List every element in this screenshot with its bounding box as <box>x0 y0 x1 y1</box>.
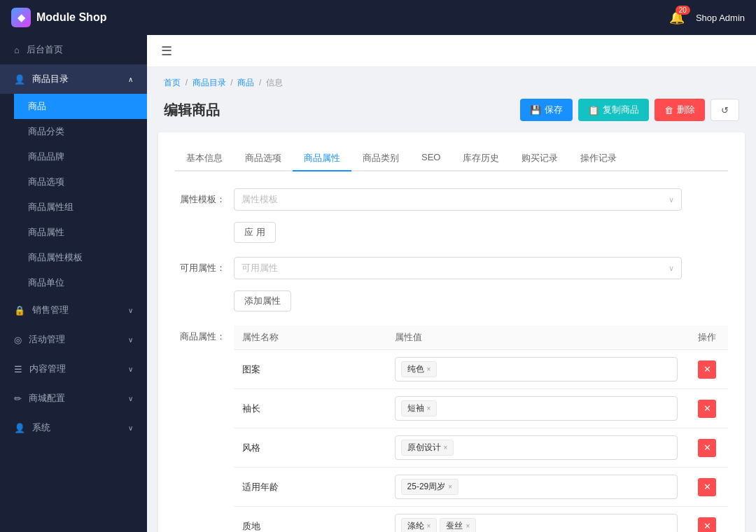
breadcrumb: 首页 / 商品目录 / 商品 / 信息 <box>147 67 756 93</box>
tab-product-attrs[interactable]: 商品属性 <box>293 146 351 172</box>
tab-product-options[interactable]: 商品选项 <box>234 146 293 172</box>
sidebar-item-options[interactable]: 商品选项 <box>14 169 147 195</box>
attr-template-row: 属性模板： 属性模板 ∨ 应 用 <box>175 188 728 243</box>
sidebar-item-attr-groups[interactable]: 商品属性组 <box>14 195 147 220</box>
lock-icon: 🔒 <box>14 305 25 316</box>
copy-product-button[interactable]: 📋 复制商品 <box>578 99 649 121</box>
tab-product-categories[interactable]: 商品类别 <box>351 146 410 172</box>
table-row: 风格原创设计 ×✕ <box>234 428 728 468</box>
sidebar-item-product-catalog[interactable]: 👤 商品目录 ∧ <box>0 64 147 94</box>
tab-label-product-attrs: 商品属性 <box>304 153 340 163</box>
tag-close-icon[interactable]: × <box>427 365 431 373</box>
tag-close-icon[interactable]: × <box>427 522 431 530</box>
sidebar-item-products[interactable]: 商品 <box>14 94 147 119</box>
tab-label-basic-info: 基本信息 <box>186 153 223 163</box>
tab-label-product-options: 商品选项 <box>245 153 281 163</box>
attr-value-cell: 涤纶 ×蚕丝 × <box>386 507 686 533</box>
attr-table: 属性名称 属性值 操作 图案纯色 ×✕袖长短袖 ×✕风格原创设计 ×✕适用年龄2… <box>234 326 728 532</box>
delete-attr-button[interactable]: ✕ <box>698 360 716 379</box>
tag-input-area[interactable]: 纯色 × <box>395 357 678 382</box>
tab-operation-records[interactable]: 操作记录 <box>569 146 628 172</box>
tag-close-icon[interactable]: × <box>427 405 431 412</box>
top-header: ◆ Module Shop 🔔 20 Shop Admin <box>0 0 756 35</box>
add-attr-button[interactable]: 添加属性 <box>234 290 291 312</box>
delete-attr-button[interactable]: ✕ <box>698 400 716 418</box>
tag-close-icon[interactable]: × <box>448 483 452 491</box>
tag: 蚕丝 × <box>440 518 476 532</box>
attr-value-cell: 纯色 × <box>386 350 686 389</box>
sidebar-item-system[interactable]: 👤 系统 ∨ <box>0 413 147 442</box>
sidebar-item-attr-templates[interactable]: 商品属性模板 <box>14 245 147 270</box>
tab-seo[interactable]: SEO <box>410 146 451 172</box>
delete-attr-button[interactable]: ✕ <box>698 439 716 457</box>
attr-action-cell: ✕ <box>686 389 728 428</box>
sidebar-item-categories[interactable]: 商品分类 <box>14 119 147 144</box>
config-icon: ✏ <box>14 393 22 404</box>
tab-label-seo: SEO <box>421 152 440 162</box>
tag-label: 短袖 <box>407 402 424 414</box>
tag-close-icon[interactable]: × <box>465 522 470 530</box>
attr-action-cell: ✕ <box>686 350 728 389</box>
tag-input-area[interactable]: 原创设计 × <box>395 435 678 460</box>
logo-area: ◆ Module Shop <box>11 8 106 27</box>
notification-button[interactable]: 🔔 20 <box>669 10 685 25</box>
sidebar-label-content: 内容管理 <box>29 363 66 375</box>
sidebar-item-brands[interactable]: 商品品牌 <box>14 144 147 169</box>
apply-button[interactable]: 应 用 <box>234 222 276 243</box>
sidebar-label-store-config: 商城配置 <box>29 392 65 405</box>
tag-input-area[interactable]: 短袖 × <box>395 396 678 421</box>
sales-arrow: ∨ <box>128 307 133 314</box>
attr-table-header-value: 属性值 <box>386 326 686 350</box>
sidebar-label-dashboard: 后台首页 <box>27 43 63 56</box>
undo-button[interactable]: ↺ <box>710 99 739 121</box>
delete-attr-button[interactable]: ✕ <box>698 478 716 496</box>
attr-name-cell: 质地 <box>234 507 386 533</box>
sidebar: ⌂ 后台首页 👤 商品目录 ∧ 商品 商品分类 商品品牌 商品选项 商品属性组 <box>0 35 147 532</box>
page-title: 编辑商品 <box>164 101 220 120</box>
sidebar-label-sales: 销售管理 <box>32 304 69 316</box>
tab-inventory-history[interactable]: 库存历史 <box>451 146 510 172</box>
attr-table-header-action: 操作 <box>686 326 728 350</box>
breadcrumb-home[interactable]: 首页 <box>164 78 181 88</box>
tab-basic-info[interactable]: 基本信息 <box>175 146 234 172</box>
main-layout: ⌂ 后台首页 👤 商品目录 ∧ 商品 商品分类 商品品牌 商品选项 商品属性组 <box>0 35 756 532</box>
sidebar-label-activity: 活动管理 <box>29 333 65 346</box>
attr-template-content: 属性模板 ∨ 应 用 <box>234 188 728 243</box>
breadcrumb-products[interactable]: 商品 <box>237 78 254 88</box>
breadcrumb-catalog[interactable]: 商品目录 <box>192 78 226 88</box>
attr-template-select[interactable]: 属性模板 ∨ <box>234 188 682 211</box>
sidebar-item-activity[interactable]: ◎ 活动管理 ∨ <box>0 325 147 354</box>
sidebar-item-store-config[interactable]: ✏ 商城配置 ∨ <box>0 384 147 413</box>
sidebar-item-dashboard[interactable]: ⌂ 后台首页 <box>0 35 147 64</box>
sidebar-item-attrs[interactable]: 商品属性 <box>14 220 147 245</box>
delete-label: 删除 <box>677 104 695 116</box>
available-attr-label: 可用属性： <box>175 257 225 274</box>
content-topbar: ☰ <box>147 35 756 67</box>
tab-purchase-records[interactable]: 购买记录 <box>510 146 569 172</box>
main-card: 基本信息 商品选项 商品属性 商品类别 SEO 库存历史 购买记 <box>158 132 745 532</box>
tag: 25-29周岁 × <box>401 479 459 495</box>
sidebar-item-sales[interactable]: 🔒 销售管理 ∨ <box>0 295 147 325</box>
tag-close-icon[interactable]: × <box>444 444 448 451</box>
sidebar-item-content[interactable]: ☰ 内容管理 ∨ <box>0 354 147 384</box>
delete-attr-button[interactable]: ✕ <box>698 517 716 533</box>
tab-label-operation-records: 操作记录 <box>580 153 617 163</box>
attr-table-header-name: 属性名称 <box>234 326 386 350</box>
tag-input-area[interactable]: 涤纶 ×蚕丝 × <box>395 514 678 532</box>
catalog-icon: 👤 <box>14 74 25 85</box>
sidebar-label-options: 商品选项 <box>28 176 64 188</box>
product-attr-label: 商品属性： <box>175 326 225 343</box>
attr-template-placeholder: 属性模板 <box>241 193 278 206</box>
tab-label-purchase-records: 购买记录 <box>522 153 558 163</box>
available-attr-select[interactable]: 可用属性 ∨ <box>234 257 682 279</box>
menu-toggle-icon[interactable]: ☰ <box>161 43 172 59</box>
catalog-arrow: ∧ <box>128 76 133 83</box>
x-icon: ✕ <box>704 364 711 374</box>
sidebar-item-units[interactable]: 商品单位 <box>14 270 147 295</box>
page-actions: 💾 保存 📋 复制商品 🗑 删除 ↺ <box>520 99 739 121</box>
save-button[interactable]: 💾 保存 <box>520 99 573 121</box>
tag-input-area[interactable]: 25-29周岁 × <box>395 475 678 499</box>
available-attr-placeholder: 可用属性 <box>241 262 278 274</box>
system-icon: 👤 <box>14 423 25 433</box>
delete-button[interactable]: 🗑 删除 <box>654 99 705 121</box>
